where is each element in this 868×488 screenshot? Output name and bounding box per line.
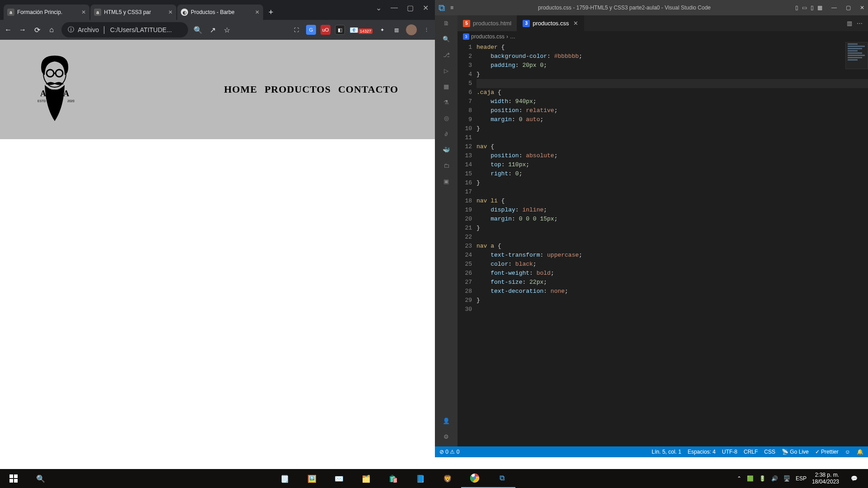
- chrome-tab-1[interactable]: a Formación Princip. ✕: [4, 5, 90, 20]
- profile-avatar[interactable]: [406, 24, 417, 35]
- layout-grid-icon[interactable]: ▦: [817, 5, 822, 11]
- account-icon[interactable]: 👤: [441, 418, 452, 424]
- status-position[interactable]: Lín. 5, col. 1: [652, 449, 681, 455]
- layout-bottom-icon[interactable]: ▭: [802, 5, 807, 11]
- taskbar-app-brave[interactable]: 🦁: [434, 469, 461, 488]
- code-lines[interactable]: header { background-color: #bbbbbb; padd…: [476, 42, 868, 446]
- share-icon[interactable]: ↗: [208, 26, 217, 34]
- edge-icon[interactable]: ∂: [441, 131, 452, 137]
- badge-count: 14327: [359, 28, 373, 34]
- chrome-tab-3[interactable]: ◐ Productos - Barbe ✕: [177, 5, 263, 20]
- nav-contacto[interactable]: CONTACTO: [338, 84, 398, 95]
- tray-battery-icon[interactable]: 🔋: [759, 475, 766, 482]
- extensions-icon[interactable]: ✦: [377, 25, 387, 35]
- status-eol[interactable]: CRLF: [744, 449, 758, 455]
- clock[interactable]: 2:38 p. m. 18/04/2023: [812, 472, 839, 485]
- url-path: C:/Users/LATITUDE...: [110, 26, 172, 33]
- chrome-tab-2[interactable]: a HTML5 y CSS3 par ✕: [90, 5, 176, 20]
- tab-productos-css[interactable]: 3 productos.css ✕: [517, 15, 584, 31]
- forward-icon[interactable]: →: [18, 26, 27, 34]
- tray-chevron-icon[interactable]: ⌃: [737, 475, 741, 482]
- chevron-icon: ›: [506, 33, 508, 40]
- search-icon[interactable]: 🔍: [441, 36, 452, 42]
- status-feedback-icon[interactable]: ☺: [845, 449, 850, 455]
- gear-icon[interactable]: ⚙: [441, 433, 452, 440]
- hamburger-icon[interactable]: ≡: [450, 5, 453, 11]
- status-problems[interactable]: ⊘ 0 ⚠ 0: [439, 449, 459, 455]
- status-prettier[interactable]: ✓ Prettier: [815, 449, 839, 455]
- taskbar-app[interactable]: 📘: [407, 469, 434, 488]
- vscode-logo-icon: ⧉: [439, 3, 445, 13]
- live-icon[interactable]: ◎: [441, 115, 452, 122]
- status-golive[interactable]: 📡 Go Live: [782, 449, 809, 455]
- tray-security-icon[interactable]: 🟩: [747, 475, 754, 482]
- vsc-titlebar: ⧉ ≡ productos.css - 1759-HTML5 y CSS3 pa…: [435, 0, 868, 15]
- taskbar-app[interactable]: 🗂️: [353, 469, 380, 488]
- folder-icon[interactable]: 🗀: [441, 162, 452, 169]
- layout-left-icon[interactable]: ▯: [795, 5, 798, 11]
- taskbar-app-vscode[interactable]: ⧉: [488, 469, 515, 488]
- split-editor-icon[interactable]: ▥: [847, 20, 852, 27]
- maximize-icon[interactable]: ▢: [846, 5, 851, 11]
- mail-icon[interactable]: 📧14327: [349, 26, 373, 34]
- breadcrumb[interactable]: 3 productos.css › …: [458, 31, 868, 42]
- chevron-down-icon[interactable]: ⌄: [376, 4, 382, 12]
- explorer-icon[interactable]: 🗎: [441, 20, 452, 27]
- close-icon[interactable]: ✕: [573, 20, 578, 27]
- tray-network-icon[interactable]: 🖥️: [783, 475, 790, 482]
- taskbar-app-chrome[interactable]: [461, 469, 488, 488]
- ublock-icon[interactable]: uO: [321, 25, 330, 35]
- nav-productos[interactable]: PRODUCTOS: [264, 84, 331, 95]
- maximize-icon[interactable]: ▢: [407, 4, 414, 12]
- reader-icon[interactable]: ⛶: [292, 25, 302, 35]
- close-icon[interactable]: ✕: [860, 5, 864, 11]
- status-spaces[interactable]: Espacios: 4: [688, 449, 716, 455]
- address-bar[interactable]: ⓘ Archivo │ C:/Users/LATITUDE...: [61, 22, 188, 38]
- extension-icons: ⛶ G uO ◧ 📧14327 ✦ ▥ ⋮: [292, 24, 431, 35]
- status-encoding[interactable]: UTF-8: [722, 449, 737, 455]
- status-lang[interactable]: CSS: [764, 449, 775, 455]
- favicon-icon: a: [7, 9, 14, 16]
- code-editor[interactable]: 1234567891011121314151617181920212223242…: [458, 42, 868, 446]
- taskbar-app[interactable]: ✉️: [326, 469, 353, 488]
- minimap[interactable]: [845, 42, 868, 69]
- date: 18/04/2023: [812, 479, 839, 485]
- reload-icon[interactable]: ⟳: [33, 26, 42, 34]
- extensions-icon[interactable]: ▦: [441, 83, 452, 90]
- close-icon[interactable]: ✕: [168, 9, 173, 15]
- layout-right-icon[interactable]: ▯: [811, 5, 814, 11]
- terminal-icon[interactable]: ▣: [441, 178, 452, 185]
- search-icon[interactable]: 🔍: [193, 26, 203, 34]
- source-control-icon[interactable]: ⎇: [441, 52, 452, 58]
- close-icon[interactable]: ✕: [255, 9, 259, 15]
- taskbar-app[interactable]: 🗒️: [271, 469, 298, 488]
- close-icon[interactable]: ✕: [81, 9, 86, 15]
- taskbar-app[interactable]: 🛍️: [380, 469, 407, 488]
- tray-language[interactable]: ESP: [796, 475, 807, 482]
- new-tab-button[interactable]: +: [264, 5, 278, 20]
- minimize-icon[interactable]: —: [391, 4, 398, 12]
- back-icon[interactable]: ←: [4, 26, 13, 34]
- test-icon[interactable]: ⚗: [441, 99, 452, 106]
- bookmark-icon[interactable]: ☆: [222, 26, 231, 34]
- taskbar-app[interactable]: 🖼️: [298, 469, 326, 488]
- search-button[interactable]: 🔍: [27, 469, 54, 488]
- extension-icon[interactable]: ◧: [335, 25, 345, 35]
- tab-productos-html[interactable]: 5 productos.html: [458, 15, 517, 31]
- more-icon[interactable]: ⋯: [857, 20, 863, 27]
- minimize-icon[interactable]: —: [831, 5, 837, 11]
- sidepanel-icon[interactable]: ▥: [392, 25, 401, 35]
- editor-wrap: 5 productos.html 3 productos.css ✕ ▥ ⋯ 3…: [458, 15, 868, 446]
- menu-icon[interactable]: ⋮: [421, 25, 431, 35]
- tray-volume-icon[interactable]: 🔊: [771, 475, 778, 482]
- start-button[interactable]: [0, 469, 27, 488]
- status-bell-icon[interactable]: 🔔: [857, 449, 863, 455]
- notifications-icon[interactable]: 💬: [844, 469, 863, 488]
- home-icon[interactable]: ⌂: [47, 26, 56, 34]
- translate-icon[interactable]: G: [306, 25, 316, 35]
- run-icon[interactable]: ▷: [441, 67, 452, 74]
- docker-icon[interactable]: 🐳: [441, 146, 452, 153]
- close-icon[interactable]: ✕: [423, 4, 429, 12]
- nav-home[interactable]: HOME: [224, 84, 258, 95]
- tab-title: HTML5 y CSS3 par: [104, 9, 165, 15]
